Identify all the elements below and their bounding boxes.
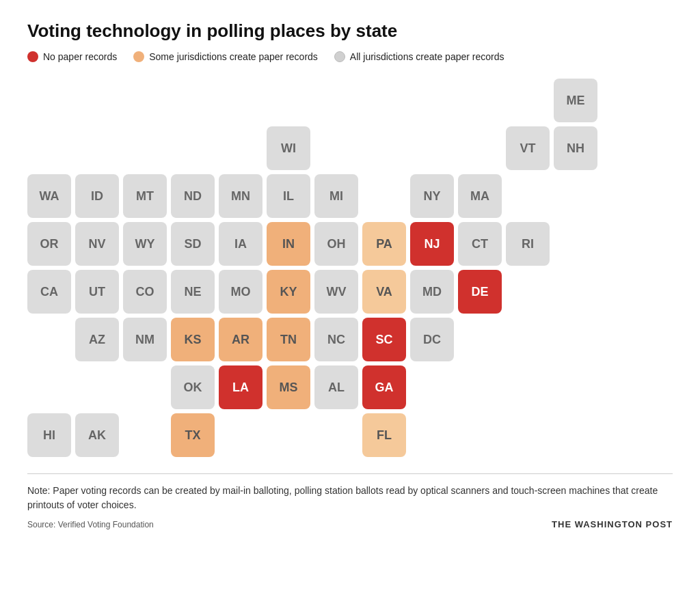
state-cell-ga: GA — [362, 365, 406, 409]
state-cell-me: ME — [554, 79, 597, 122]
state-cell-sd: SD — [171, 222, 215, 266]
empty-cell — [554, 222, 597, 266]
empty-cell — [171, 126, 215, 170]
empty-cell — [554, 318, 597, 361]
empty-cell — [267, 413, 310, 457]
state-cell-nd: ND — [171, 174, 215, 218]
state-cell-tx: TX — [171, 413, 215, 457]
empty-cell — [75, 126, 119, 170]
state-cell-ks: KS — [171, 318, 215, 361]
state-cell-nh: NH — [554, 126, 597, 170]
legend-dot-peach — [133, 51, 144, 62]
empty-cell — [27, 79, 71, 122]
state-cell-ak: AK — [75, 413, 119, 457]
empty-cell — [506, 413, 550, 457]
state-cell-wy: WY — [123, 222, 167, 266]
state-cell-ct: CT — [458, 222, 502, 266]
footer-brand: THE WASHINGTON POST — [552, 519, 673, 529]
map-container: MEWIVTNHWAIDMTNDMNILMINYMAORNVWYSDIAINOH… — [27, 79, 673, 457]
footer-source: Source: Verified Voting Foundation — [27, 520, 154, 529]
state-cell-ms: MS — [267, 365, 310, 409]
state-cell-fl: FL — [362, 413, 406, 457]
empty-cell — [171, 79, 215, 122]
legend-label-some-paper: Some jurisdictions create paper records — [149, 51, 318, 62]
empty-cell — [506, 365, 550, 409]
state-cell-vt: VT — [506, 126, 550, 170]
state-cell-ut: UT — [75, 270, 119, 314]
state-cell-mt: MT — [123, 174, 167, 218]
legend-item-no-paper: No paper records — [27, 51, 117, 62]
empty-cell — [27, 318, 71, 361]
empty-cell — [554, 270, 597, 314]
empty-cell — [458, 413, 502, 457]
state-cell-mi: MI — [314, 174, 358, 218]
state-cell-pa: PA — [362, 222, 406, 266]
legend-item-some-paper: Some jurisdictions create paper records — [133, 51, 318, 62]
state-cell-wv: WV — [314, 270, 358, 314]
empty-cell — [506, 318, 550, 361]
empty-cell — [314, 413, 358, 457]
state-cell-al: AL — [314, 365, 358, 409]
state-cell-az: AZ — [75, 318, 119, 361]
legend-dot-gray — [334, 51, 345, 62]
empty-cell — [554, 413, 597, 457]
legend-dot-red — [27, 51, 38, 62]
empty-cell — [75, 79, 119, 122]
empty-cell — [458, 365, 502, 409]
legend: No paper records Some jurisdictions crea… — [27, 51, 673, 62]
state-cell-wa: WA — [27, 174, 71, 218]
state-cell-ia: IA — [219, 222, 262, 266]
state-cell-dc: DC — [410, 318, 454, 361]
empty-cell — [410, 79, 454, 122]
note-text: Note: Paper voting records can be create… — [27, 484, 673, 512]
empty-cell — [27, 365, 71, 409]
empty-cell — [458, 318, 502, 361]
state-cell-nj: NJ — [410, 222, 454, 266]
state-cell-wi: WI — [267, 126, 310, 170]
empty-cell — [506, 270, 550, 314]
state-cell-ma: MA — [458, 174, 502, 218]
state-cell-mn: MN — [219, 174, 262, 218]
empty-cell — [410, 365, 454, 409]
empty-cell — [314, 126, 358, 170]
empty-cell — [123, 79, 167, 122]
legend-item-all-paper: All jurisdictions create paper records — [334, 51, 504, 62]
state-cell-va: VA — [362, 270, 406, 314]
footer: Source: Verified Voting Foundation THE W… — [27, 519, 673, 529]
empty-cell — [267, 79, 310, 122]
state-cell-de: DE — [458, 270, 502, 314]
empty-cell — [506, 174, 550, 218]
state-cell-hi: HI — [27, 413, 71, 457]
state-cell-ne: NE — [171, 270, 215, 314]
empty-cell — [410, 413, 454, 457]
state-cell-ar: AR — [219, 318, 262, 361]
empty-cell — [123, 365, 167, 409]
empty-cell — [219, 126, 262, 170]
empty-cell — [362, 174, 406, 218]
empty-cell — [458, 126, 502, 170]
state-cell-nm: NM — [123, 318, 167, 361]
state-cell-ky: KY — [267, 270, 310, 314]
state-cell-il: IL — [267, 174, 310, 218]
empty-cell — [362, 126, 406, 170]
empty-cell — [506, 79, 550, 122]
empty-cell — [314, 79, 358, 122]
state-cell-co: CO — [123, 270, 167, 314]
state-cell-or: OR — [27, 222, 71, 266]
state-cell-mo: MO — [219, 270, 262, 314]
legend-label-no-paper: No paper records — [43, 51, 117, 62]
state-cell-id: ID — [75, 174, 119, 218]
empty-cell — [362, 79, 406, 122]
empty-cell — [27, 126, 71, 170]
empty-cell — [219, 413, 262, 457]
state-cell-in: IN — [267, 222, 310, 266]
empty-cell — [554, 365, 597, 409]
state-cell-nv: NV — [75, 222, 119, 266]
state-cell-ny: NY — [410, 174, 454, 218]
legend-label-all-paper: All jurisdictions create paper records — [350, 51, 504, 62]
state-cell-oh: OH — [314, 222, 358, 266]
state-cell-sc: SC — [362, 318, 406, 361]
state-cell-ca: CA — [27, 270, 71, 314]
page-title: Voting technology in polling places by s… — [27, 20, 673, 42]
empty-cell — [219, 79, 262, 122]
